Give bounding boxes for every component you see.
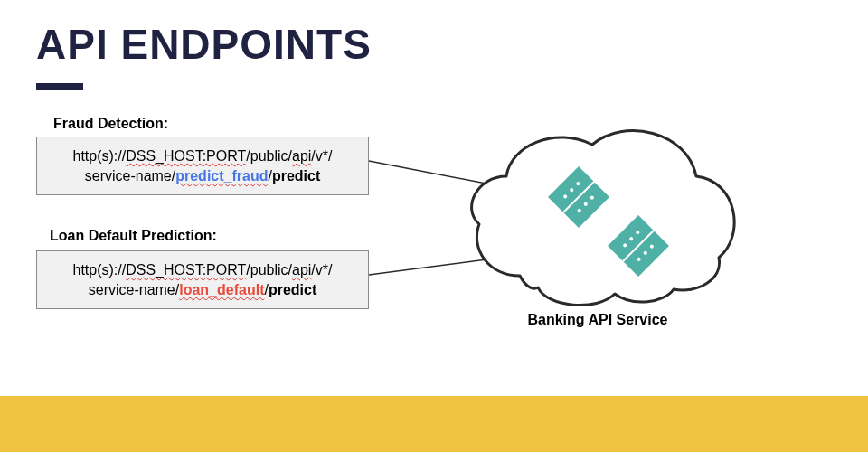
title-underline bbox=[36, 83, 83, 90]
svg-line-3 bbox=[563, 182, 594, 212]
fraud-api: api bbox=[292, 148, 311, 164]
svg-rect-10 bbox=[608, 215, 669, 277]
svg-point-14 bbox=[622, 242, 627, 248]
slide-title: API ENDPOINTS bbox=[36, 20, 372, 69]
fraud-line2-prefix: service-name/ bbox=[85, 168, 175, 184]
svg-line-0 bbox=[369, 161, 580, 202]
svg-point-7 bbox=[590, 195, 595, 201]
svg-point-12 bbox=[635, 230, 640, 235]
chip-icon-2 bbox=[608, 215, 669, 277]
cloud-icon bbox=[472, 131, 735, 306]
svg-point-4 bbox=[575, 181, 580, 186]
svg-point-9 bbox=[577, 208, 582, 213]
fraud-endpoint-box: http(s)://DSS_HOST:PORT/public/api/v*/ s… bbox=[36, 137, 369, 195]
chip-icon-1 bbox=[548, 166, 609, 228]
fraud-keyword: predict_fraud bbox=[175, 168, 268, 184]
svg-point-5 bbox=[569, 187, 574, 193]
fraud-host: DSS_HOST:PORT bbox=[126, 148, 246, 164]
footer-bar bbox=[0, 396, 868, 452]
loan-path1: /public/ bbox=[246, 262, 292, 278]
svg-point-8 bbox=[583, 202, 589, 207]
svg-rect-2 bbox=[548, 166, 609, 228]
svg-line-11 bbox=[623, 231, 654, 261]
loan-endpoint-box: http(s)://DSS_HOST:PORT/public/api/v*/ s… bbox=[36, 250, 369, 309]
loan-host: DSS_HOST:PORT bbox=[126, 262, 246, 278]
svg-point-6 bbox=[562, 193, 568, 199]
fraud-url-prefix: http(s):// bbox=[73, 148, 127, 164]
loan-path2: /v*/ bbox=[311, 262, 332, 278]
svg-point-15 bbox=[649, 244, 655, 250]
loan-line2-prefix: service-name/ bbox=[89, 282, 179, 297]
svg-point-16 bbox=[643, 250, 648, 256]
fraud-action: predict bbox=[272, 168, 320, 184]
fraud-label: Fraud Detection: bbox=[53, 116, 168, 132]
svg-line-1 bbox=[369, 243, 611, 275]
svg-point-17 bbox=[637, 257, 642, 262]
loan-api: api bbox=[292, 262, 311, 278]
loan-url-prefix: http(s):// bbox=[73, 262, 127, 278]
loan-label: Loan Default Prediction: bbox=[50, 228, 217, 244]
cloud-label: Banking API Service bbox=[498, 312, 697, 328]
loan-keyword: loan_default bbox=[179, 282, 264, 297]
fraud-path2: /v*/ bbox=[311, 148, 332, 164]
svg-point-13 bbox=[628, 236, 634, 241]
loan-action: predict bbox=[269, 282, 316, 297]
fraud-path1: /public/ bbox=[246, 148, 292, 164]
